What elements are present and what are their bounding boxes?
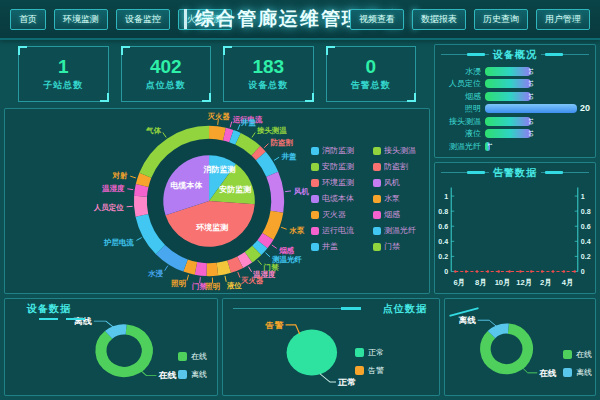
legend-item[interactable]: 安防监测	[311, 161, 367, 172]
legend-item[interactable]: 风机	[373, 177, 429, 188]
stat-card-0: 1子站总数	[18, 46, 109, 102]
sunburst-outer-segment[interactable]	[140, 196, 142, 215]
device-data-panel: 设备数据 离线在线 在线离线	[4, 298, 218, 396]
y-axis-tick-right: 0.8	[581, 207, 591, 216]
status-donut-chart[interactable]: 离线在线	[445, 299, 595, 395]
legend-item[interactable]: 离线	[178, 369, 207, 380]
bar-track: 10	[485, 79, 577, 88]
y-axis-tick-left: 0.4	[438, 237, 449, 246]
y-axis-tick-left: 0.8	[438, 207, 448, 216]
stat-label: 子站总数	[43, 79, 83, 92]
pie-normal-slice[interactable]	[287, 329, 337, 375]
sunburst-outer-segment[interactable]	[231, 136, 238, 139]
legend-item[interactable]: 离线	[563, 367, 592, 378]
legend-item[interactable]: 运行电流	[311, 225, 367, 236]
header-line-right	[541, 171, 589, 175]
bar[interactable]	[485, 129, 531, 138]
nav-button-left-2[interactable]: 设备监控	[116, 9, 170, 30]
sunburst-outer-segment[interactable]	[196, 268, 207, 269]
bar-track: 10	[485, 129, 577, 138]
bar-value-label: 10	[528, 93, 534, 100]
donut-online-slice[interactable]	[101, 330, 147, 372]
nav-button-right-1[interactable]: 数据报表	[412, 9, 466, 30]
device-data-title: 设备数据	[27, 302, 85, 316]
bar-value-label: 10	[528, 118, 534, 125]
legend-item[interactable]: 在线	[563, 349, 592, 360]
nav-button-left-0[interactable]: 首页	[10, 9, 46, 30]
sunburst-outer-segment[interactable]	[142, 175, 145, 185]
x-axis-tick: 10月	[495, 278, 511, 287]
bar[interactable]	[485, 67, 531, 76]
legend-label: 门禁	[384, 241, 400, 252]
sunburst-segment-label: 灭火器	[241, 276, 264, 285]
legend-label: 正常	[368, 347, 384, 358]
bar[interactable]	[485, 117, 531, 126]
legend-item[interactable]: 水泵	[373, 193, 429, 204]
legend-item[interactable]: 电缆本体	[311, 193, 367, 204]
sunburst-outer-segment[interactable]	[224, 134, 231, 136]
nav-left: 首页环境监测设备监控火灾监测	[10, 9, 178, 30]
sunburst-outer-segment[interactable]	[209, 132, 224, 134]
legend-item[interactable]: 接头测温	[373, 145, 429, 156]
sunburst-outer-segment[interactable]	[141, 186, 143, 197]
bar[interactable]	[485, 79, 531, 88]
legend-item[interactable]: 井盖	[311, 241, 367, 252]
sunburst-outer-segment[interactable]	[257, 244, 263, 250]
legend-swatch	[373, 179, 381, 187]
nav-button-left-1[interactable]: 环境监测	[54, 9, 108, 30]
nav-button-right-2[interactable]: 历史查询	[474, 9, 528, 30]
legend-item[interactable]: 在线	[178, 351, 207, 362]
legend-item[interactable]: 防盗割	[373, 161, 429, 172]
point-data-header: 点位数据	[383, 302, 427, 316]
y-axis-tick-right: 0	[581, 267, 585, 276]
left-column: 1子站总数402点位总数183设备总数0告警总数 灭火器运行电流井盖接头测温防盗…	[4, 44, 430, 294]
legend-item[interactable]: 烟感	[373, 209, 429, 220]
stat-label: 告警总数	[351, 79, 391, 92]
legend-label: 消防监测	[322, 145, 354, 156]
device-overview-title: 设备概况	[493, 48, 537, 62]
legend-item[interactable]: 环境监测	[311, 177, 367, 188]
bar-row: 液位10	[437, 128, 591, 139]
legend-item[interactable]: 消防监测	[311, 145, 367, 156]
sunburst-segment-label: 气体	[145, 126, 161, 135]
sunburst-outer-segment[interactable]	[207, 269, 218, 270]
y-axis-tick-right: 0.4	[581, 237, 592, 246]
donut-online-label: 在线	[157, 371, 177, 381]
sunburst-outer-segment[interactable]	[217, 267, 229, 269]
bar[interactable]	[485, 104, 577, 113]
legend-item[interactable]: 门禁	[373, 241, 429, 252]
nav-button-right-3[interactable]: 用户管理	[536, 9, 590, 30]
right-column: 设备概况 水浸10人员定位10烟感10照明20接头测温10液位10测温光纤1 告…	[434, 44, 596, 294]
nav-button-right-0[interactable]: 视频查看	[350, 9, 404, 30]
pie-alarm-label: 告警	[264, 320, 284, 330]
sunburst-segment-label: 灭火器	[208, 112, 231, 121]
sunburst-segment-label: 接头测温	[256, 126, 287, 135]
sunburst-outer-segment[interactable]	[240, 257, 248, 262]
legend-item[interactable]: 正常	[355, 347, 384, 358]
sunburst-outer-segment[interactable]	[268, 212, 277, 237]
sunburst-segment-label: 防盗割	[271, 138, 294, 147]
sunburst-segment-label: 液位	[227, 281, 242, 290]
bar-track: 10	[485, 117, 577, 126]
alarm-data-panel: 告警数据 000.20.20.40.40.60.60.80.8116月8月10月…	[434, 162, 596, 294]
point-data-panel: 点位数据 告警正常 正常告警	[222, 298, 440, 396]
sunburst-segment-label: 烟感	[278, 246, 294, 255]
bar-category-label: 测温光纤	[437, 141, 485, 152]
donut-offline-slice[interactable]	[491, 329, 508, 335]
sunburst-outer-segment[interactable]	[229, 262, 240, 266]
sunburst-outer-segment[interactable]	[262, 236, 267, 244]
legend-label: 在线	[191, 351, 207, 362]
legend-item[interactable]: 测温光纤	[373, 225, 429, 236]
legend-item[interactable]: 告警	[355, 365, 384, 376]
sunburst-outer-segment[interactable]	[272, 174, 277, 212]
alarm-line-chart[interactable]: 000.20.20.40.40.60.60.80.8116月8月10月12月2月…	[435, 181, 595, 293]
sunburst-outer-segment[interactable]	[256, 151, 261, 156]
sunburst-inner-label: 安防监测	[218, 185, 251, 194]
device-overview-bar-chart[interactable]: 水浸10人员定位10烟感10照明20接头测温10液位10测温光纤1	[435, 63, 595, 157]
donut-offline-slice[interactable]	[109, 329, 126, 334]
sunburst-outer-segment[interactable]	[186, 266, 196, 269]
sunburst-outer-segment[interactable]	[248, 250, 256, 257]
legend-item[interactable]: 灭火器	[311, 209, 367, 220]
point-data-legend: 正常告警	[355, 347, 384, 376]
bar[interactable]	[485, 92, 531, 101]
